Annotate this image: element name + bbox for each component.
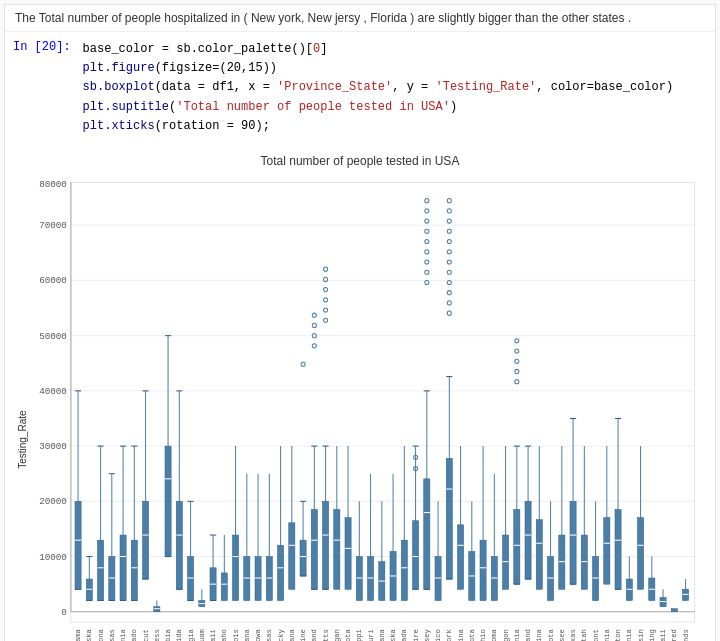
cell-note: The Total number of people hospitalized … (5, 5, 715, 32)
svg-rect-224 (547, 556, 553, 600)
svg-rect-238 (592, 556, 598, 600)
code-line-1: base_color = sb.color_palette()[0] (83, 40, 674, 59)
svg-text:Ohio: Ohio (479, 629, 487, 641)
svg-text:Oregon: Oregon (502, 629, 510, 641)
code-line-5: plt.xticks(rotation = 90); (83, 117, 674, 136)
code-line-3: sb.boxplot(data = df1, x = 'Province_Sta… (83, 78, 674, 97)
chart-inner: 0 10000 20000 30000 40000 50000 60000 70… (30, 172, 705, 641)
svg-rect-132 (345, 518, 351, 590)
svg-text:20000: 20000 (39, 496, 67, 507)
svg-text:Iowa: Iowa (254, 628, 262, 641)
svg-text:North Carolina: North Carolina (457, 628, 465, 641)
svg-text:Louisiana: Louisiana (288, 628, 296, 641)
svg-text:0: 0 (61, 607, 67, 618)
svg-text:South Dakota: South Dakota (547, 628, 555, 641)
svg-text:Rhode Island: Rhode Island (524, 629, 532, 641)
svg-text:80000: 80000 (39, 179, 67, 190)
svg-rect-26 (86, 579, 92, 600)
svg-text:New Jersey: New Jersey (423, 628, 431, 641)
svg-text:Wisconsin: Wisconsin (637, 629, 645, 641)
svg-rect-91 (255, 556, 261, 600)
svg-rect-166 (424, 479, 430, 589)
svg-text:Oklahoma: Oklahoma (490, 628, 498, 641)
svg-text:Guam: Guam (198, 629, 206, 641)
svg-text:Washington: Washington (614, 629, 622, 641)
svg-rect-258 (660, 597, 666, 606)
svg-text:Massachusetts: Massachusetts (322, 629, 330, 641)
svg-text:Texas: Texas (569, 629, 577, 641)
svg-text:Idaho: Idaho (220, 629, 228, 641)
svg-text:Michigan: Michigan (333, 629, 341, 641)
svg-rect-138 (368, 556, 374, 600)
svg-rect-171 (435, 556, 441, 600)
svg-rect-51 (143, 501, 149, 579)
svg-rect-241 (604, 518, 610, 584)
svg-text:Kentucky: Kentucky (277, 628, 285, 641)
svg-text:Nebraska: Nebraska (389, 628, 397, 641)
svg-text:New Mexico: New Mexico (434, 629, 442, 641)
svg-rect-203 (502, 535, 508, 589)
svg-rect-211 (514, 509, 520, 584)
svg-rect-216 (525, 501, 531, 579)
svg-rect-135 (356, 556, 362, 600)
svg-rect-94 (266, 556, 272, 600)
svg-text:Connecticut: Connecticut (142, 629, 150, 641)
chart-area: Testing_Rate 0 (15, 172, 705, 641)
svg-rect-244 (615, 509, 621, 589)
svg-text:Arkansas: Arkansas (108, 629, 116, 641)
svg-rect-235 (581, 535, 587, 589)
code-line-2: plt.figure(figsize=(20,15)) (83, 59, 674, 78)
svg-text:50000: 50000 (39, 331, 67, 342)
y-axis-label: Testing_Rate (15, 172, 30, 641)
svg-rect-113 (311, 509, 317, 589)
svg-text:California: California (119, 628, 127, 641)
svg-text:10000: 10000 (39, 552, 67, 563)
svg-rect-129 (334, 509, 340, 589)
svg-rect-200 (491, 556, 497, 600)
svg-text:Mississippi: Mississippi (355, 629, 363, 641)
svg-rect-64 (176, 501, 182, 589)
svg-rect-197 (480, 540, 486, 600)
svg-rect-186 (446, 458, 452, 579)
svg-text:Florida: Florida (175, 628, 183, 641)
svg-text:Alabama: Alabama (74, 628, 82, 641)
svg-rect-227 (559, 535, 565, 589)
svg-text:40000: 40000 (39, 386, 67, 397)
svg-text:Tennessee: Tennessee (558, 629, 566, 641)
svg-text:Virginia: Virginia (603, 628, 611, 641)
svg-rect-230 (570, 501, 576, 584)
svg-text:60000: 60000 (39, 275, 67, 286)
svg-rect-0 (71, 182, 695, 622)
svg-text:Arizona: Arizona (97, 628, 105, 641)
cell-input: In [20]: base_color = sb.color_palette()… (5, 32, 715, 144)
svg-text:Illinois: Illinois (232, 629, 240, 641)
svg-rect-262 (682, 589, 688, 600)
svg-text:West Virginia: West Virginia (625, 628, 633, 641)
svg-rect-85 (233, 535, 239, 600)
svg-text:Pennsylvania: Pennsylvania (513, 628, 521, 641)
svg-rect-59 (165, 446, 171, 556)
svg-text:Diamond Princess: Diamond Princess (153, 629, 161, 641)
svg-text:Indiana: Indiana (243, 628, 251, 641)
cell-code: base_color = sb.color_palette()[0] plt.f… (79, 36, 678, 140)
svg-text:North Dakota: North Dakota (468, 628, 476, 641)
svg-text:Wyoming: Wyoming (648, 629, 656, 641)
chart-container: Total number of people tested in USA Tes… (5, 144, 715, 641)
svg-text:New York: New York (445, 629, 453, 641)
boxplot-svg: 0 10000 20000 30000 40000 50000 60000 70… (30, 172, 705, 641)
svg-text:Utah: Utah (580, 629, 588, 641)
svg-text:70000: 70000 (39, 220, 67, 231)
svg-rect-221 (536, 520, 542, 590)
svg-rect-104 (300, 540, 306, 576)
svg-text:Hawaii: Hawaii (659, 629, 667, 641)
svg-text:Recovered: Recovered (670, 629, 678, 641)
svg-rect-100 (289, 523, 295, 589)
svg-text:South Carolina: South Carolina (535, 628, 543, 641)
svg-rect-152 (412, 521, 418, 590)
svg-rect-88 (244, 556, 250, 600)
code-line-4: plt.suptitle('Total number of people tes… (83, 98, 674, 117)
svg-text:Georgia: Georgia (187, 628, 195, 641)
svg-text:Kansas: Kansas (265, 629, 273, 641)
cell-label: In [20]: (5, 36, 79, 58)
svg-rect-46 (131, 540, 137, 600)
